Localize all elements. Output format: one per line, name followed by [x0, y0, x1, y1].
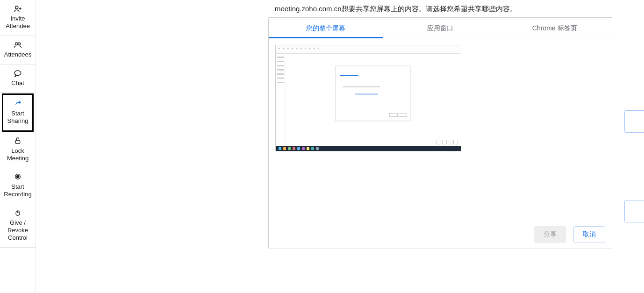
sidebar-item-lock-meeting[interactable]: Lock Meeting — [0, 132, 36, 168]
svg-point-8 — [17, 212, 18, 213]
tab-chrome-tab[interactable]: Chrome 标签页 — [497, 18, 612, 38]
sidebar-item-give-revoke-control[interactable]: Give / Revoke Control — [0, 204, 36, 248]
sidebar-item-invite[interactable]: Invite Attendee — [0, 0, 36, 36]
sidebar-item-start-recording[interactable]: Start Recording — [0, 168, 36, 204]
tab-app-window[interactable]: 应用窗口 — [383, 18, 498, 38]
screen-share-dialog: meeting.zoho.com.cn想要共享您屏幕上的内容。请选择您希望共享哪… — [268, 0, 623, 249]
sidebar-item-label: Start Sharing — [4, 110, 31, 125]
svg-point-2 — [18, 43, 20, 45]
screen-thumbnail[interactable]: ● ● ● ● ● ● ● ● ● ● — [275, 45, 461, 151]
sidebar-item-label: Start Recording — [1, 183, 35, 198]
share-source-panel: 您的整个屏幕 应用窗口 Chrome 标签页 ● ● ● ● ● ● ● ● ●… — [268, 17, 612, 249]
sidebar-item-start-sharing[interactable]: Start Sharing — [2, 93, 34, 132]
svg-point-0 — [15, 6, 18, 9]
share-prompt-text: meeting.zoho.com.cn想要共享您屏幕上的内容。请选择您希望共享哪… — [268, 0, 623, 17]
share-button[interactable]: 分享 — [534, 226, 566, 243]
lock-icon — [1, 137, 35, 145]
edge-button-lower[interactable] — [624, 200, 644, 222]
sidebar-item-label: Lock Meeting — [1, 147, 35, 162]
sidebar-item-label: Attendees — [1, 51, 35, 58]
share-dialog-buttons: 分享 取消 — [269, 223, 612, 243]
share-preview-area: ● ● ● ● ● ● ● ● ● ● — [269, 38, 612, 223]
svg-point-6 — [16, 175, 19, 178]
meeting-sidebar: Invite Attendee Attendees Chat Start Sha… — [0, 0, 36, 293]
tab-entire-screen[interactable]: 您的整个屏幕 — [269, 18, 383, 38]
sidebar-item-attendees[interactable]: Attendees — [0, 36, 36, 64]
svg-point-1 — [15, 43, 17, 45]
svg-rect-4 — [15, 140, 20, 143]
remote-control-icon — [1, 209, 35, 217]
sidebar-item-chat[interactable]: Chat — [0, 64, 36, 93]
chat-icon — [1, 69, 35, 78]
sidebar-item-label: Chat — [1, 79, 35, 87]
sidebar-item-label: Invite Attendee — [1, 15, 35, 30]
share-arrow-icon — [4, 100, 31, 108]
sidebar-item-label: Give / Revoke Control — [1, 219, 35, 242]
person-plus-icon — [1, 5, 35, 13]
edge-button-upper[interactable] — [624, 110, 644, 133]
share-source-tabs: 您的整个屏幕 应用窗口 Chrome 标签页 — [269, 18, 612, 38]
record-icon — [1, 173, 35, 181]
people-icon — [1, 41, 35, 49]
cancel-button[interactable]: 取消 — [573, 226, 605, 243]
